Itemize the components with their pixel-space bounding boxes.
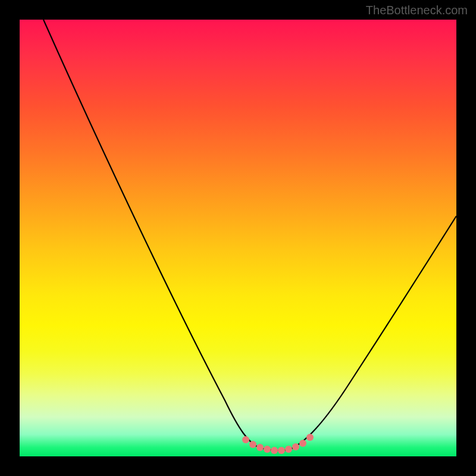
watermark-text: TheBottleneck.com	[366, 4, 468, 17]
marker-dot	[285, 446, 292, 453]
bottleneck-curve-left	[43, 20, 258, 447]
chart-svg	[20, 20, 456, 456]
marker-dot	[278, 447, 285, 454]
bottleneck-curve-right	[290, 216, 456, 449]
marker-dot	[306, 434, 314, 441]
marker-dot	[256, 444, 264, 451]
marker-dot	[264, 446, 271, 453]
marker-dot	[271, 447, 278, 454]
marker-dot	[242, 436, 249, 443]
marker-dot	[299, 440, 306, 447]
marker-dot	[249, 441, 256, 448]
plot-area	[20, 20, 456, 456]
marker-dot	[292, 443, 299, 450]
